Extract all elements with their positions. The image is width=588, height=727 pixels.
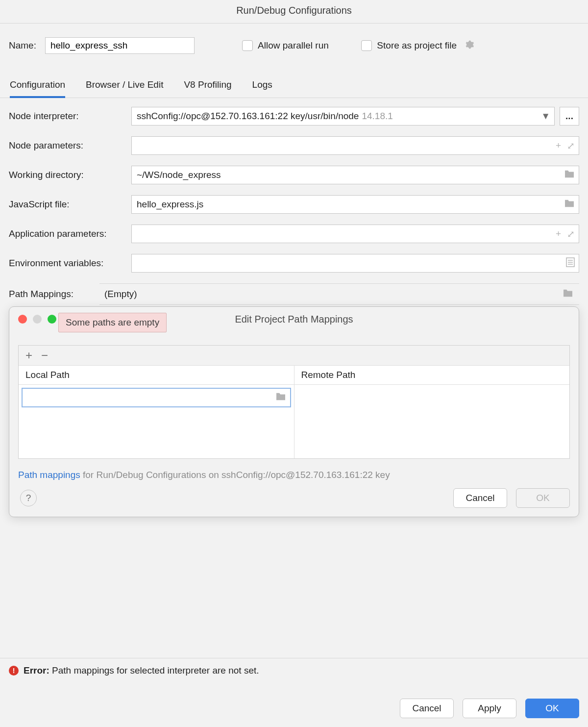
interpreter-version: 14.18.1 — [362, 111, 392, 122]
interpreter-browse-button[interactable]: ... — [560, 107, 579, 125]
tab-v8[interactable]: V8 Profiling — [184, 79, 231, 98]
env-label: Environment variables: — [9, 258, 131, 269]
error-icon: ! — [9, 666, 19, 676]
wd-input[interactable]: ~/WS/node_express — [131, 166, 579, 184]
js-input[interactable]: hello_express.js — [131, 195, 579, 214]
remote-path-header: Remote Path — [294, 366, 570, 384]
error-bar: ! Error: Path mappings for selected inte… — [0, 658, 588, 683]
pm-field[interactable]: (Empty) — [99, 283, 579, 305]
plus-icon[interactable]: + — [556, 140, 561, 151]
remote-path-cell[interactable] — [294, 385, 570, 458]
tab-logs[interactable]: Logs — [252, 79, 272, 98]
error-prefix: Error: — [24, 665, 49, 676]
add-button[interactable]: + — [25, 350, 32, 361]
name-input[interactable] — [45, 37, 195, 54]
dialog-cancel-button[interactable]: Cancel — [453, 488, 507, 508]
list-icon[interactable] — [566, 257, 575, 270]
expand-icon[interactable]: ⤢ — [567, 140, 575, 151]
close-icon[interactable] — [18, 315, 27, 324]
store-project-checkbox[interactable] — [361, 40, 372, 51]
folder-icon[interactable] — [275, 392, 286, 403]
tab-configuration[interactable]: Configuration — [10, 79, 65, 98]
allow-parallel-checkbox[interactable] — [242, 40, 253, 51]
allow-parallel-label: Allow parallel run — [258, 40, 329, 51]
params-input[interactable]: + ⤢ — [131, 136, 579, 155]
js-label: JavaScript file: — [9, 199, 131, 210]
window-title: Run/Debug Configurations — [0, 0, 588, 24]
interpreter-value: sshConfig://opc@152.70.163.161:22 key/us… — [137, 111, 359, 122]
path-mappings-dialog: Edit Project Path Mappings Some paths ar… — [9, 306, 579, 517]
tab-browser[interactable]: Browser / Live Edit — [86, 79, 163, 98]
wd-label: Working directory: — [9, 170, 131, 180]
minimize-icon[interactable] — [33, 315, 42, 324]
dialog-footer-text: Path mappings for Run/Debug Configuratio… — [9, 468, 579, 485]
app-input[interactable]: + ⤢ — [131, 225, 579, 243]
path-mappings-link[interactable]: Path mappings — [18, 470, 80, 480]
dialog-ok-button[interactable]: OK — [516, 488, 570, 508]
tabs: Configuration Browser / Live Edit V8 Pro… — [0, 54, 588, 98]
folder-icon[interactable] — [564, 170, 575, 181]
local-path-input[interactable] — [26, 392, 275, 403]
pm-label: Path Mappings: — [9, 289, 99, 300]
local-path-header: Local Path — [19, 366, 294, 384]
ok-button[interactable]: OK — [525, 699, 579, 718]
remove-button[interactable]: − — [41, 350, 48, 361]
apply-button[interactable]: Apply — [463, 699, 516, 718]
gear-icon[interactable] — [465, 40, 474, 52]
chevron-down-icon: ▼ — [541, 111, 550, 122]
zoom-icon[interactable] — [48, 315, 56, 324]
params-label: Node parameters: — [9, 140, 131, 151]
folder-icon[interactable] — [564, 199, 575, 210]
help-button[interactable]: ? — [20, 490, 37, 506]
name-label: Name: — [9, 40, 36, 51]
store-project-label: Store as project file — [377, 40, 457, 51]
plus-icon[interactable]: + — [556, 228, 561, 239]
local-path-input-wrap[interactable] — [22, 388, 291, 407]
error-message: Path mappings for selected interpreter a… — [49, 665, 259, 676]
env-input[interactable] — [131, 254, 579, 273]
interpreter-label: Node interpreter: — [9, 111, 131, 122]
folder-icon[interactable] — [563, 289, 573, 300]
validation-tooltip: Some paths are empty — [58, 313, 167, 332]
app-label: Application parameters: — [9, 228, 131, 239]
expand-icon[interactable]: ⤢ — [567, 228, 575, 240]
cancel-button[interactable]: Cancel — [400, 699, 454, 718]
interpreter-dropdown[interactable]: sshConfig://opc@152.70.163.161:22 key/us… — [131, 107, 555, 125]
